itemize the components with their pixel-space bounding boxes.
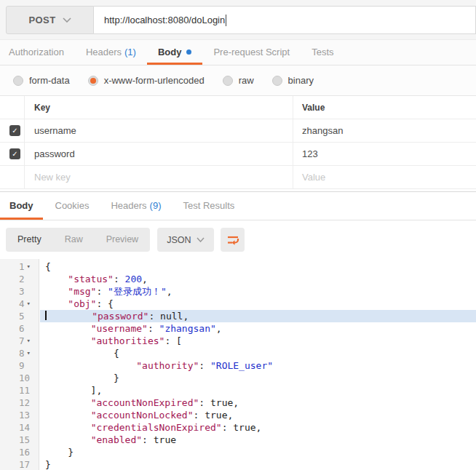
token-p xyxy=(45,422,91,433)
token-p: , xyxy=(216,323,222,334)
token-p: : xyxy=(199,397,210,408)
request-url-section: POST http://localhost:8080/doLogin xyxy=(0,0,476,40)
view-mode-pretty[interactable]: Pretty xyxy=(6,228,53,252)
token-p: : xyxy=(142,434,154,445)
token-p: ], xyxy=(45,385,102,396)
token-p xyxy=(45,335,91,346)
radio-icon xyxy=(88,76,98,86)
gutter-cell: 16 xyxy=(0,446,40,458)
params-table: Key Value ✓usernamezhangsan✓password123 … xyxy=(0,95,476,189)
tab-tests[interactable]: Tests xyxy=(301,40,344,65)
token-a: true xyxy=(205,410,227,421)
line-number: 17 xyxy=(19,458,30,470)
chevron-down-icon xyxy=(63,17,71,23)
token-p: } xyxy=(45,373,119,383)
new-key-input[interactable]: New key xyxy=(25,166,293,188)
token-s: "登录成功！" xyxy=(108,286,167,297)
token-n: 200 xyxy=(125,274,142,284)
token-p: , xyxy=(183,311,189,322)
line-number: 2 xyxy=(19,273,25,285)
token-p: : [ xyxy=(164,335,181,346)
line-number: 13 xyxy=(19,409,30,421)
param-key-cell[interactable]: password xyxy=(25,143,293,165)
code-line: 5 "password": null, xyxy=(0,310,476,322)
param-value-cell[interactable]: 123 xyxy=(293,143,476,165)
token-k: "credentialsNonExpired" xyxy=(91,422,222,433)
token-s: "ROLE_user" xyxy=(210,360,273,371)
tab-authorization[interactable]: Authorization xyxy=(9,40,75,65)
text-cursor xyxy=(226,15,226,26)
chevron-down-icon xyxy=(197,237,205,242)
wrap-text-button[interactable] xyxy=(221,228,245,252)
tab-cookies[interactable]: Cookies xyxy=(46,192,99,220)
token-a: true xyxy=(210,397,233,408)
body-mode-x-www-form-urlencoded[interactable]: x-www-form-urlencoded xyxy=(88,75,205,86)
line-number: 10 xyxy=(19,372,30,384)
body-mode-form-data[interactable]: form-data xyxy=(13,75,70,86)
tab-pre-request-script[interactable]: Pre-request Script xyxy=(202,40,301,65)
gutter-cell: 3 xyxy=(0,285,40,298)
blue-dot-icon xyxy=(186,49,191,55)
tab-label: Body xyxy=(9,200,33,211)
fold-arrow-icon[interactable]: ▾ xyxy=(27,335,31,347)
method-select[interactable]: POST xyxy=(6,6,94,34)
code-text: "accountNonLocked": true, xyxy=(40,409,476,421)
tab-label: Cookies xyxy=(55,200,90,211)
line-number: 12 xyxy=(19,397,30,409)
url-input[interactable]: http://localhost:8080/doLogin xyxy=(94,6,476,34)
tab-test-results[interactable]: Test Results xyxy=(174,192,245,220)
gutter-cell: 7▾ xyxy=(0,335,40,347)
body-mode-raw[interactable]: raw xyxy=(223,75,254,86)
code-text: "credentialsNonExpired": true, xyxy=(40,421,476,434)
code-line: 16 } xyxy=(0,446,476,458)
view-mode-preview[interactable]: Preview xyxy=(95,228,150,252)
tab-headers[interactable]: Headers(1) xyxy=(75,40,147,65)
fold-arrow-icon[interactable]: ▾ xyxy=(27,298,31,310)
code-text: "enabled": true xyxy=(40,434,476,446)
code-line: 12 "accountNonExpired": true, xyxy=(0,397,476,409)
token-p xyxy=(45,360,136,371)
token-p: : xyxy=(194,410,205,421)
gutter-cell: 15 xyxy=(0,434,40,446)
url-bar: POST http://localhost:8080/doLogin xyxy=(6,6,476,34)
tab-body[interactable]: Body xyxy=(0,192,43,220)
gutter-cell: 12 xyxy=(0,397,40,409)
token-a: true xyxy=(154,434,176,445)
row-checkbox[interactable]: ✓ xyxy=(9,148,20,159)
response-body-editor[interactable]: 1▾{2 "status": 200,3 "msg": "登录成功！",4▾ "… xyxy=(0,259,476,470)
fold-arrow-icon[interactable]: ▾ xyxy=(27,347,31,359)
response-tabs: BodyCookiesHeaders(9)Test Results xyxy=(0,192,476,220)
line-number: 15 xyxy=(19,434,30,446)
gutter-cell: 13 xyxy=(0,409,40,421)
token-k: "authority" xyxy=(136,360,199,371)
row-checkbox[interactable]: ✓ xyxy=(9,125,20,136)
code-line: 8▾ { xyxy=(0,347,476,359)
code-line: 14 "credentialsNonExpired": true, xyxy=(0,421,476,434)
gutter-cell: 11 xyxy=(0,384,40,397)
token-p: , xyxy=(167,286,172,297)
param-key-cell[interactable]: username xyxy=(25,119,293,142)
token-p: : xyxy=(199,360,210,371)
tab-body[interactable]: Body xyxy=(147,40,203,65)
language-select[interactable]: JSON xyxy=(157,228,214,252)
token-p xyxy=(47,311,92,322)
gutter-cell: 8▾ xyxy=(0,347,40,359)
new-value-input[interactable]: Value xyxy=(293,166,476,188)
fold-arrow-icon[interactable]: ▾ xyxy=(27,260,31,273)
code-text: "obj": { xyxy=(40,298,476,310)
token-k: "authorities" xyxy=(91,335,165,346)
view-mode-raw[interactable]: Raw xyxy=(53,228,95,252)
code-text: "msg": "登录成功！", xyxy=(40,285,476,298)
code-line: 11 ], xyxy=(0,384,476,397)
token-p xyxy=(45,434,91,445)
tab-headers[interactable]: Headers(9) xyxy=(101,192,170,220)
token-k: "username" xyxy=(91,323,148,334)
token-p: , xyxy=(256,422,262,433)
token-p: : { xyxy=(96,298,113,309)
code-line: 10 } xyxy=(0,372,476,384)
param-value-cell[interactable]: zhangsan xyxy=(293,119,476,142)
new-row-checkbox-cell xyxy=(0,166,25,188)
token-p: { xyxy=(45,348,119,359)
body-mode-binary[interactable]: binary xyxy=(272,75,314,86)
tab-count-badge: (9) xyxy=(150,200,162,211)
